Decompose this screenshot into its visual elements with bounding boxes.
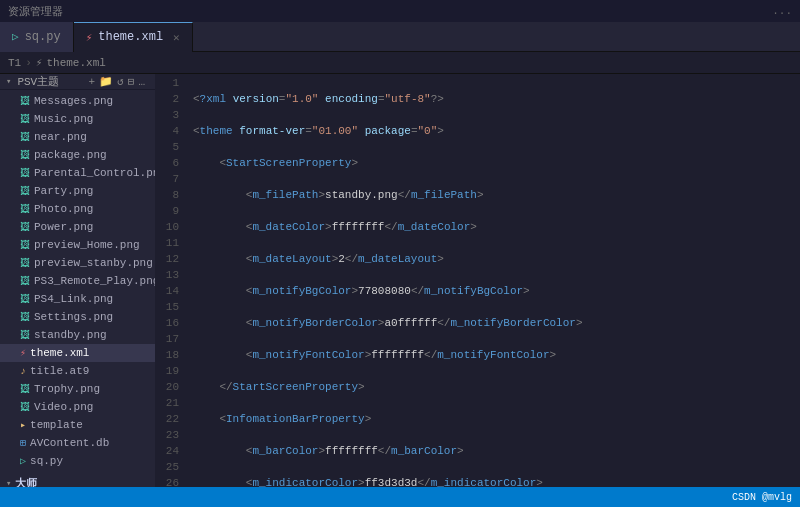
sidebar-section-dashi[interactable]: ▾ 大师	[0, 474, 155, 487]
at-icon: ♪	[20, 366, 26, 377]
breadcrumb-t1: T1	[8, 57, 21, 69]
sidebar-item-title-at9[interactable]: ♪ title.at9	[0, 362, 155, 380]
sidebar-item-trophy-png[interactable]: 🖼 Trophy.png	[0, 380, 155, 398]
sidebar-item-ps4-link-png[interactable]: 🖼 PS4_Link.png	[0, 290, 155, 308]
sidebar-title: PSV主题	[17, 74, 59, 89]
line-numbers: 12345 678910 1112131415 1617181920 21222…	[155, 74, 185, 487]
png-icon: 🖼	[20, 329, 30, 341]
sidebar-item-parental-control-png[interactable]: 🖼 Parental_Control.png	[0, 164, 155, 182]
breadcrumb-xml-icon: ⚡	[36, 56, 43, 69]
code-line-1: <?xml version="1.0" encoding="utf-8"?>	[193, 91, 800, 107]
png-icon: 🖼	[20, 221, 30, 233]
title-bar-ellipsis[interactable]: ...	[772, 5, 792, 17]
sidebar-item-package-png[interactable]: 🖼 package.png	[0, 146, 155, 164]
breadcrumb: T1 › ⚡ theme.xml	[0, 52, 800, 74]
code-line-11: <InfomationBarProperty>	[193, 411, 800, 427]
png-icon: 🖼	[20, 95, 30, 107]
sidebar-item-label: template	[30, 419, 83, 431]
sidebar-item-ps3-remote-play-png[interactable]: 🖼 PS3_Remote_Play.png	[0, 272, 155, 290]
png-icon: 🖼	[20, 239, 30, 251]
sidebar-item-label: Power.png	[34, 221, 93, 233]
tab-sq-py-label: sq.py	[25, 30, 61, 44]
main-content: ▾ PSV主题 + 📁 ↺ ⊟ … 🖼 Messages.png 🖼 Music…	[0, 74, 800, 487]
sidebar-item-theme-xml[interactable]: ⚡ theme.xml	[0, 344, 155, 362]
breadcrumb-sep: ›	[25, 57, 32, 69]
code-line-10: </StartScreenProperty>	[193, 379, 800, 395]
sidebar-item-label: standby.png	[34, 329, 107, 341]
sidebar-item-photo-png[interactable]: 🖼 Photo.png	[0, 200, 155, 218]
code-line-5: <m_dateColor>ffffffff</m_dateColor>	[193, 219, 800, 235]
sidebar-item-avcontent-db[interactable]: ⊞ AVContent.db	[0, 434, 155, 452]
xml-icon: ⚡	[20, 347, 26, 359]
sidebar-item-label: theme.xml	[30, 347, 89, 359]
sidebar-item-label: Settings.png	[34, 311, 113, 323]
section-expand-icon: ▾	[6, 478, 11, 487]
sidebar-item-label: sq.py	[30, 455, 63, 467]
code-line-12: <m_barColor>ffffffff</m_barColor>	[193, 443, 800, 459]
sidebar: ▾ PSV主题 + 📁 ↺ ⊟ … 🖼 Messages.png 🖼 Music…	[0, 74, 155, 487]
tab-theme-xml[interactable]: ⚡ theme.xml ✕	[74, 22, 193, 52]
code-line-8: <m_notifyBorderColor>a0ffffff</m_notifyB…	[193, 315, 800, 331]
code-line-9: <m_notifyFontColor>ffffffff</m_notifyFon…	[193, 347, 800, 363]
editor-area: 12345 678910 1112131415 1617181920 21222…	[155, 74, 800, 487]
sidebar-more-icon[interactable]: …	[138, 76, 145, 88]
sidebar-item-preview-stanby-png[interactable]: 🖼 preview_stanby.png	[0, 254, 155, 272]
sidebar-item-settings-png[interactable]: 🖼 Settings.png	[0, 308, 155, 326]
sidebar-new-folder-icon[interactable]: 📁	[99, 75, 113, 88]
tab-sq-py[interactable]: ▷ sq.py	[0, 22, 74, 52]
folder-icon: ▸	[20, 419, 26, 431]
title-bar-text: 资源管理器	[8, 4, 63, 19]
sidebar-item-label: Parental_Control.png	[34, 167, 155, 179]
sidebar-item-label: package.png	[34, 149, 107, 161]
png-icon: 🖼	[20, 185, 30, 197]
sidebar-item-label: Photo.png	[34, 203, 93, 215]
sidebar-item-template-folder[interactable]: ▸ template	[0, 416, 155, 434]
sidebar-item-label: preview_Home.png	[34, 239, 140, 251]
code-line-3: <StartScreenProperty>	[193, 155, 800, 171]
png-icon: 🖼	[20, 113, 30, 125]
sidebar-item-preview-home-png[interactable]: 🖼 preview_Home.png	[0, 236, 155, 254]
png-icon: 🖼	[20, 203, 30, 215]
sidebar-item-party-png[interactable]: 🖼 Party.png	[0, 182, 155, 200]
sidebar-item-music-png[interactable]: 🖼 Music.png	[0, 110, 155, 128]
sidebar-item-label: Music.png	[34, 113, 93, 125]
sidebar-item-video-png[interactable]: 🖼 Video.png	[0, 398, 155, 416]
sidebar-item-standby-png[interactable]: 🖼 standby.png	[0, 326, 155, 344]
png-icon: 🖼	[20, 293, 30, 305]
tab-close-button[interactable]: ✕	[173, 31, 180, 44]
sidebar-collapse-icon[interactable]: ▾	[6, 76, 11, 87]
sidebar-item-label: title.at9	[30, 365, 89, 377]
sidebar-collapse-all-icon[interactable]: ⊟	[128, 75, 135, 88]
sidebar-section-label: 大师	[15, 476, 37, 487]
png-icon: 🖼	[20, 383, 30, 395]
sidebar-item-label: AVContent.db	[30, 437, 109, 449]
png-icon: 🖼	[20, 401, 30, 413]
sidebar-item-sq-py[interactable]: ▷ sq.py	[0, 452, 155, 470]
code-editor[interactable]: <?xml version="1.0" encoding="utf-8"?> <…	[185, 74, 800, 487]
py-icon: ▷	[20, 455, 26, 467]
sidebar-item-power-png[interactable]: 🖼 Power.png	[0, 218, 155, 236]
sidebar-item-near-png[interactable]: 🖼 near.png	[0, 128, 155, 146]
code-line-13: <m_indicatorColor>ff3d3d3d</m_indicatorC…	[193, 475, 800, 487]
sidebar-item-messages-png[interactable]: 🖼 Messages.png	[0, 92, 155, 110]
code-line-4: <m_filePath>standby.png</m_filePath>	[193, 187, 800, 203]
png-icon: 🖼	[20, 275, 30, 287]
db-icon: ⊞	[20, 437, 26, 449]
sidebar-item-label: Video.png	[34, 401, 93, 413]
code-line-6: <m_dateLayout>2</m_dateLayout>	[193, 251, 800, 267]
sidebar-item-label: Party.png	[34, 185, 93, 197]
sidebar-item-label: preview_stanby.png	[34, 257, 153, 269]
png-icon: 🖼	[20, 131, 30, 143]
sidebar-item-label: Trophy.png	[34, 383, 100, 395]
sidebar-header: ▾ PSV主题 + 📁 ↺ ⊟ …	[0, 74, 155, 90]
status-bar: CSDN @mvlg	[0, 487, 800, 507]
sidebar-item-label: near.png	[34, 131, 87, 143]
tab-bar: ▷ sq.py ⚡ theme.xml ✕	[0, 22, 800, 52]
status-right: CSDN @mvlg	[732, 492, 792, 503]
sidebar-new-file-icon[interactable]: +	[89, 76, 96, 88]
sidebar-refresh-icon[interactable]: ↺	[117, 75, 124, 88]
png-icon: 🖼	[20, 167, 30, 179]
sidebar-item-label: PS3_Remote_Play.png	[34, 275, 155, 287]
breadcrumb-filename: theme.xml	[46, 57, 105, 69]
sidebar-item-label: Messages.png	[34, 95, 113, 107]
